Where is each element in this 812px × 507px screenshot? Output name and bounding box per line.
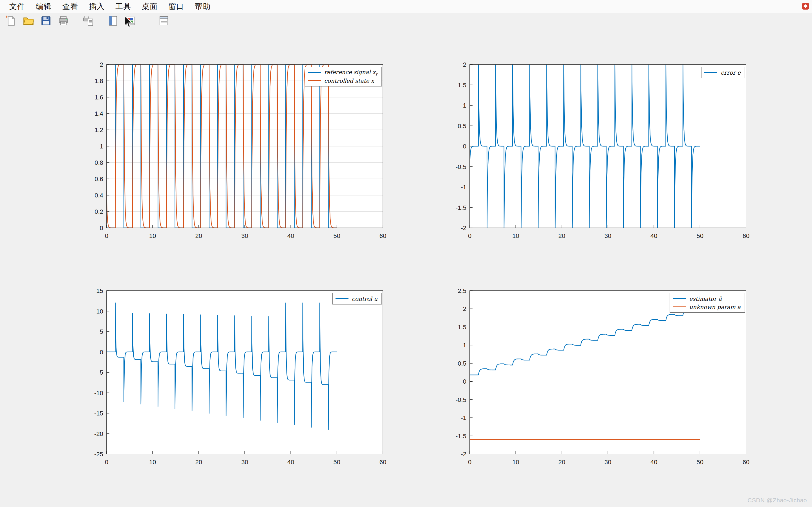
y-tick-label: 0.2 xyxy=(94,208,103,215)
menu-item-tools[interactable]: 工具 xyxy=(110,1,137,11)
matlab-figure-window: { "menubar": { "items": ["文件", "编辑", "查看… xyxy=(0,0,812,507)
estimator-axes: 0102030405060-2-1.5-1-0.500.511.522.5 xyxy=(434,282,766,493)
legend-entry: estimator â xyxy=(673,295,741,303)
legend-entry: unknown param a xyxy=(673,303,741,311)
axes-background xyxy=(107,291,383,454)
plot-estimator: 0102030405060-2-1.5-1-0.500.511.522.5 es… xyxy=(434,282,766,493)
menu-item-edit[interactable]: 编辑 xyxy=(31,1,57,11)
x-tick-label: 40 xyxy=(651,232,657,239)
new-figure-icon xyxy=(5,15,17,27)
x-tick-label: 50 xyxy=(696,232,703,239)
menu-item-help[interactable]: 帮助 xyxy=(190,1,216,11)
y-tick-label: 15 xyxy=(96,287,103,294)
property-inspector-button[interactable] xyxy=(157,14,170,27)
dock-figure-button[interactable] xyxy=(107,14,119,27)
y-tick-label: 2.5 xyxy=(458,287,466,294)
y-tick-label: -2 xyxy=(461,451,466,458)
x-tick-label: 40 xyxy=(287,459,294,466)
menu-bar: 文件 编辑 查看 插入 工具 桌面 窗口 帮助 xyxy=(0,0,812,13)
legend-label: controlled state x xyxy=(324,78,374,83)
save-figure-button[interactable] xyxy=(40,14,52,27)
open-file-icon xyxy=(22,15,35,27)
y-tick-label: 0.5 xyxy=(458,122,466,129)
legend-line-sample xyxy=(673,306,686,307)
x-tick-label: 0 xyxy=(105,459,108,466)
dock-figure-icon xyxy=(107,15,119,27)
control-legend[interactable]: control u xyxy=(333,293,382,304)
y-tick-label: 0 xyxy=(100,349,103,356)
error-legend[interactable]: error e xyxy=(701,67,745,78)
y-tick-label: -20 xyxy=(94,431,103,438)
x-tick-label: 40 xyxy=(651,459,657,466)
menu-item-insert[interactable]: 插入 xyxy=(84,1,110,11)
x-tick-label: 60 xyxy=(379,232,386,239)
y-tick-label: -0.5 xyxy=(456,396,466,403)
legend-entry: reference signal xr xyxy=(308,68,377,76)
y-tick-label: 0.5 xyxy=(458,360,466,367)
x-tick-label: 30 xyxy=(605,232,611,239)
legend-label: unknown param a xyxy=(689,304,741,310)
watermark-text: CSDN @Zhao-Jichao xyxy=(748,497,807,504)
x-tick-label: 60 xyxy=(743,232,749,239)
x-tick-label: 30 xyxy=(241,232,248,239)
y-tick-label: 2 xyxy=(100,61,103,68)
legend-line-sample xyxy=(704,72,717,73)
y-tick-label: -2 xyxy=(461,224,466,231)
legend-line-sample xyxy=(673,298,686,299)
print-preview-button[interactable] xyxy=(82,14,95,27)
new-figure-button[interactable] xyxy=(4,14,17,27)
plot-control: 0102030405060-25-20-15-10-5051015 contro… xyxy=(70,282,403,493)
legend-entry: controlled state x xyxy=(308,76,377,85)
menu-item-view[interactable]: 查看 xyxy=(57,1,84,11)
error-axes: 0102030405060-2-1.5-1-0.500.511.52 xyxy=(434,55,766,267)
y-tick-label: -1 xyxy=(461,184,466,191)
x-tick-label: 60 xyxy=(743,459,749,466)
y-tick-label: 10 xyxy=(96,308,103,315)
x-tick-label: 30 xyxy=(241,459,248,466)
menu-item-desktop[interactable]: 桌面 xyxy=(137,1,163,11)
plot-error: 0102030405060-2-1.5-1-0.500.511.52 error… xyxy=(434,55,766,267)
tracking-axes: 010203040506000.20.40.60.811.21.41.61.82 xyxy=(70,55,403,267)
legend-label: control u xyxy=(352,296,377,302)
y-tick-label: 1 xyxy=(100,143,103,150)
x-tick-label: 40 xyxy=(287,232,294,239)
control-axes: 0102030405060-25-20-15-10-5051015 xyxy=(70,282,403,493)
y-tick-label: 1.4 xyxy=(94,110,103,117)
property-inspector-icon xyxy=(158,15,170,27)
x-tick-label: 10 xyxy=(512,232,519,239)
x-tick-label: 10 xyxy=(149,232,156,239)
plot-tracking: 010203040506000.20.40.60.811.21.41.61.82… xyxy=(70,55,403,267)
print-figure-button[interactable] xyxy=(57,14,70,27)
y-tick-label: 1.2 xyxy=(94,126,103,133)
y-tick-label: 1 xyxy=(463,342,466,349)
x-tick-label: 0 xyxy=(468,459,471,466)
y-tick-label: 0.8 xyxy=(94,159,103,166)
y-tick-label: 2 xyxy=(463,61,466,68)
legend-label: estimator â xyxy=(689,296,721,302)
y-tick-label: 0.4 xyxy=(94,192,103,199)
y-tick-label: 0 xyxy=(463,143,466,150)
axes-background xyxy=(470,291,746,454)
menu-item-file[interactable]: 文件 xyxy=(4,1,31,11)
y-tick-label: -15 xyxy=(94,410,103,417)
y-tick-label: 5 xyxy=(100,328,103,335)
y-tick-label: 0 xyxy=(100,224,103,231)
x-tick-label: 30 xyxy=(605,459,611,466)
legend-label: reference signal xr xyxy=(324,69,377,76)
estimator-legend[interactable]: estimator âunknown param a xyxy=(670,293,745,313)
x-tick-label: 50 xyxy=(333,459,340,466)
y-tick-label: 1.6 xyxy=(94,94,103,101)
menu-item-window[interactable]: 窗口 xyxy=(163,1,190,11)
y-tick-label: -25 xyxy=(94,451,103,458)
tracking-legend[interactable]: reference signal xrcontrolled state x xyxy=(305,67,382,87)
y-tick-label: 2 xyxy=(463,305,466,313)
x-tick-label: 0 xyxy=(105,232,108,239)
print-figure-icon xyxy=(57,15,69,27)
figure-canvas: 010203040506000.20.40.60.811.21.41.61.82… xyxy=(0,29,812,507)
legend-entry: control u xyxy=(336,295,377,303)
x-tick-label: 0 xyxy=(468,232,471,239)
open-file-button[interactable] xyxy=(22,14,35,27)
print-preview-icon xyxy=(82,15,94,27)
y-tick-label: 1.5 xyxy=(458,82,466,89)
y-tick-label: -0.5 xyxy=(456,163,466,170)
